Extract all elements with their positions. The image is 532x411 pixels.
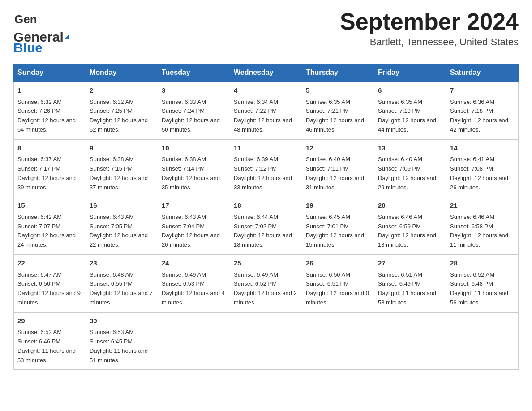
day-number: 26	[306, 258, 370, 269]
week-row-3: 15 Sunrise: 6:42 AMSunset: 7:07 PMDaylig…	[14, 197, 519, 255]
logo-triangle-icon	[64, 34, 69, 39]
day-cell: 9 Sunrise: 6:38 AMSunset: 7:15 PMDayligh…	[86, 139, 158, 197]
day-info: Sunrise: 6:51 AMSunset: 6:49 PMDaylight:…	[378, 271, 436, 306]
logo-blue: Blue	[13, 40, 43, 56]
day-number: 9	[90, 143, 154, 154]
day-cell: 13 Sunrise: 6:40 AMSunset: 7:09 PMDaylig…	[374, 139, 446, 197]
day-number: 14	[450, 143, 515, 154]
day-number: 19	[306, 201, 370, 211]
day-info: Sunrise: 6:38 AMSunset: 7:15 PMDaylight:…	[90, 156, 148, 190]
day-cell: 29 Sunrise: 6:52 AMSunset: 6:46 PMDaylig…	[14, 312, 86, 370]
day-number: 17	[162, 201, 226, 211]
day-info: Sunrise: 6:41 AMSunset: 7:08 PMDaylight:…	[450, 156, 508, 190]
day-number: 8	[17, 143, 82, 154]
day-number: 2	[90, 86, 154, 96]
header-cell-saturday: Saturday	[446, 64, 519, 82]
day-cell: 10 Sunrise: 6:38 AMSunset: 7:14 PMDaylig…	[158, 139, 230, 197]
day-cell: 1 Sunrise: 6:32 AMSunset: 7:26 PMDayligh…	[14, 81, 86, 139]
day-info: Sunrise: 6:43 AMSunset: 7:04 PMDaylight:…	[162, 214, 220, 248]
day-cell: 4 Sunrise: 6:34 AMSunset: 7:22 PMDayligh…	[230, 81, 302, 139]
day-cell: 2 Sunrise: 6:32 AMSunset: 7:25 PMDayligh…	[86, 81, 158, 139]
page-header: General General Blue September 2024 Bart…	[13, 9, 519, 56]
day-cell: 24 Sunrise: 6:49 AMSunset: 6:53 PMDaylig…	[158, 255, 230, 313]
title-area: September 2024 Bartlett, Tennessee, Unit…	[340, 9, 519, 48]
day-cell: 23 Sunrise: 6:48 AMSunset: 6:55 PMDaylig…	[86, 255, 158, 313]
day-number: 25	[234, 258, 298, 269]
header-row: SundayMondayTuesdayWednesdayThursdayFrid…	[14, 64, 519, 82]
day-cell: 27 Sunrise: 6:51 AMSunset: 6:49 PMDaylig…	[374, 255, 446, 313]
day-number: 11	[234, 143, 298, 154]
day-info: Sunrise: 6:38 AMSunset: 7:14 PMDaylight:…	[162, 156, 220, 190]
header-cell-tuesday: Tuesday	[158, 64, 230, 82]
header-cell-monday: Monday	[86, 64, 158, 82]
day-cell: 21 Sunrise: 6:46 AMSunset: 6:58 PMDaylig…	[446, 197, 519, 255]
calendar-table: SundayMondayTuesdayWednesdayThursdayFrid…	[13, 64, 519, 370]
day-cell: 25 Sunrise: 6:49 AMSunset: 6:52 PMDaylig…	[230, 255, 302, 313]
day-cell: 15 Sunrise: 6:42 AMSunset: 7:07 PMDaylig…	[14, 197, 86, 255]
day-number: 28	[450, 258, 515, 269]
day-cell: 17 Sunrise: 6:43 AMSunset: 7:04 PMDaylig…	[158, 197, 230, 255]
day-cell: 28 Sunrise: 6:52 AMSunset: 6:48 PMDaylig…	[446, 255, 519, 313]
week-row-1: 1 Sunrise: 6:32 AMSunset: 7:26 PMDayligh…	[14, 81, 519, 139]
svg-text:General: General	[14, 13, 36, 26]
day-number: 30	[90, 316, 154, 326]
day-info: Sunrise: 6:52 AMSunset: 6:48 PMDaylight:…	[450, 271, 508, 306]
header-cell-wednesday: Wednesday	[230, 64, 302, 82]
day-info: Sunrise: 6:48 AMSunset: 6:55 PMDaylight:…	[90, 271, 153, 306]
day-info: Sunrise: 6:40 AMSunset: 7:11 PMDaylight:…	[306, 156, 364, 190]
calendar-subtitle: Bartlett, Tennessee, United States	[340, 36, 519, 48]
day-info: Sunrise: 6:39 AMSunset: 7:12 PMDaylight:…	[234, 156, 292, 190]
day-info: Sunrise: 6:35 AMSunset: 7:21 PMDaylight:…	[306, 98, 364, 133]
day-info: Sunrise: 6:45 AMSunset: 7:01 PMDaylight:…	[306, 214, 364, 248]
day-info: Sunrise: 6:43 AMSunset: 7:05 PMDaylight:…	[90, 214, 148, 248]
day-info: Sunrise: 6:34 AMSunset: 7:22 PMDaylight:…	[234, 98, 292, 133]
day-number: 12	[306, 143, 370, 154]
logo-area: General General Blue	[13, 9, 69, 56]
day-cell: 19 Sunrise: 6:45 AMSunset: 7:01 PMDaylig…	[302, 197, 374, 255]
day-number: 7	[450, 86, 515, 96]
day-info: Sunrise: 6:40 AMSunset: 7:09 PMDaylight:…	[378, 156, 436, 190]
day-info: Sunrise: 6:53 AMSunset: 6:45 PMDaylight:…	[90, 329, 148, 363]
day-info: Sunrise: 6:47 AMSunset: 6:56 PMDaylight:…	[17, 271, 81, 306]
day-cell	[446, 312, 519, 370]
day-cell: 12 Sunrise: 6:40 AMSunset: 7:11 PMDaylig…	[302, 139, 374, 197]
day-number: 1	[17, 86, 82, 96]
day-info: Sunrise: 6:35 AMSunset: 7:19 PMDaylight:…	[378, 98, 436, 133]
day-info: Sunrise: 6:32 AMSunset: 7:26 PMDaylight:…	[17, 98, 76, 133]
header-cell-friday: Friday	[374, 64, 446, 82]
day-number: 27	[378, 258, 442, 269]
day-number: 10	[162, 143, 226, 154]
day-info: Sunrise: 6:50 AMSunset: 6:51 PMDaylight:…	[306, 271, 369, 306]
day-number: 23	[90, 258, 154, 269]
day-number: 5	[306, 86, 370, 96]
calendar-header: SundayMondayTuesdayWednesdayThursdayFrid…	[14, 64, 519, 82]
day-info: Sunrise: 6:49 AMSunset: 6:52 PMDaylight:…	[234, 271, 297, 306]
day-number: 21	[450, 201, 515, 211]
day-number: 15	[17, 201, 82, 211]
day-info: Sunrise: 6:46 AMSunset: 6:58 PMDaylight:…	[450, 214, 508, 248]
header-cell-sunday: Sunday	[14, 64, 86, 82]
day-info: Sunrise: 6:49 AMSunset: 6:53 PMDaylight:…	[162, 271, 225, 306]
day-number: 3	[162, 86, 226, 96]
day-info: Sunrise: 6:42 AMSunset: 7:07 PMDaylight:…	[17, 214, 76, 248]
day-number: 24	[162, 258, 226, 269]
day-cell: 8 Sunrise: 6:37 AMSunset: 7:17 PMDayligh…	[14, 139, 86, 197]
day-cell	[158, 312, 230, 370]
calendar-body: 1 Sunrise: 6:32 AMSunset: 7:26 PMDayligh…	[14, 81, 519, 370]
day-info: Sunrise: 6:36 AMSunset: 7:18 PMDaylight:…	[450, 98, 508, 133]
day-number: 4	[234, 86, 298, 96]
week-row-5: 29 Sunrise: 6:52 AMSunset: 6:46 PMDaylig…	[14, 312, 519, 370]
day-number: 13	[378, 143, 442, 154]
day-cell: 5 Sunrise: 6:35 AMSunset: 7:21 PMDayligh…	[302, 81, 374, 139]
day-number: 6	[378, 86, 442, 96]
day-number: 22	[17, 258, 82, 269]
day-info: Sunrise: 6:37 AMSunset: 7:17 PMDaylight:…	[17, 156, 76, 190]
day-info: Sunrise: 6:33 AMSunset: 7:24 PMDaylight:…	[162, 98, 220, 133]
day-cell: 26 Sunrise: 6:50 AMSunset: 6:51 PMDaylig…	[302, 255, 374, 313]
day-number: 29	[17, 316, 82, 326]
day-number: 18	[234, 201, 298, 211]
day-info: Sunrise: 6:52 AMSunset: 6:46 PMDaylight:…	[17, 329, 76, 363]
logo-icon: General	[13, 9, 36, 33]
day-info: Sunrise: 6:32 AMSunset: 7:25 PMDaylight:…	[90, 98, 148, 133]
week-row-2: 8 Sunrise: 6:37 AMSunset: 7:17 PMDayligh…	[14, 139, 519, 197]
